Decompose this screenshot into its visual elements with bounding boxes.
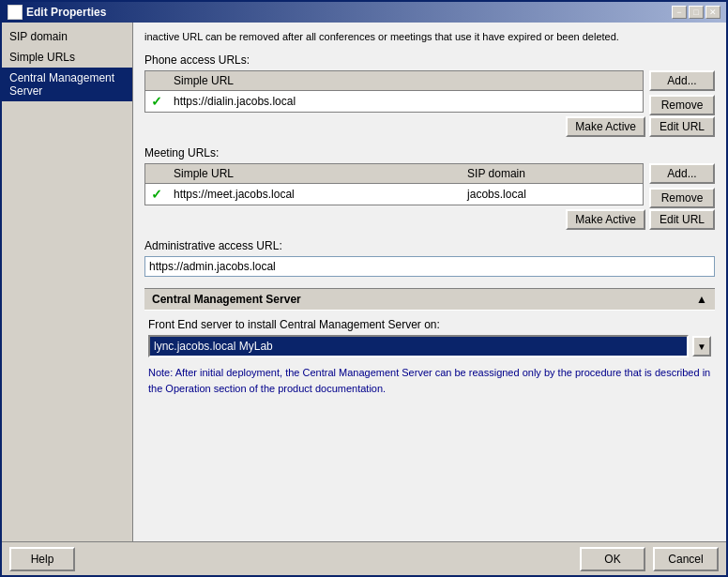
phone-table: Simple URL ✓ https://dialin.jacobs.local <box>145 71 643 112</box>
cms-note: Note: After initial deployment, the Cent… <box>148 365 711 396</box>
phone-access-table-area: Simple URL ✓ https://dialin.jacobs.local <box>144 70 715 116</box>
phone-table-row[interactable]: ✓ https://dialin.jacobs.local <box>145 91 643 113</box>
cms-select-arrow[interactable]: ▼ <box>692 336 711 357</box>
meeting-extra-cell <box>617 184 643 205</box>
content-area: SIP domain Simple URLs Central Managemen… <box>2 23 726 541</box>
meeting-col-url: Simple URL <box>168 164 462 184</box>
sidebar-item-simple-urls[interactable]: Simple URLs <box>2 47 132 68</box>
meeting-table-container: Simple URL SIP domain ✓ https://meet.jac… <box>144 163 644 209</box>
window-icon: ✦ <box>8 5 23 20</box>
meeting-action-buttons: Make Active Edit URL <box>144 209 715 230</box>
close-button[interactable]: ✕ <box>705 6 720 19</box>
meeting-col-domain: SIP domain <box>462 164 617 184</box>
phone-access-label: Phone access URLs: <box>144 53 715 67</box>
admin-url-label: Administrative access URL: <box>144 239 715 252</box>
cms-fe-label: Front End server to install Central Mana… <box>148 318 711 331</box>
cms-select-row: lync.jacobs.local MyLab ▼ <box>148 335 711 357</box>
main-content: inactive URL can be removed after all co… <box>133 23 726 541</box>
meeting-remove-button[interactable]: Remove <box>649 188 715 208</box>
sidebar-item-sip-domain[interactable]: SIP domain <box>2 26 132 47</box>
cms-section-header: Central Management Server ▲ <box>144 288 715 311</box>
window-title: Edit Properties <box>26 6 106 19</box>
meeting-table-row[interactable]: ✓ https://meet.jacobs.local jacobs.local <box>145 184 643 205</box>
meeting-side-buttons: Add... Remove <box>649 163 715 209</box>
phone-access-table-container: Simple URL ✓ https://dialin.jacobs.local <box>144 70 644 116</box>
phone-remove-button[interactable]: Remove <box>649 95 715 115</box>
phone-url-cell: https://dialin.jacobs.local <box>168 91 606 113</box>
edit-properties-window: ✦ Edit Properties − □ ✕ SIP domain Simpl… <box>0 0 728 577</box>
phone-access-section: Phone access URLs: Simple URL <box>144 53 715 137</box>
sidebar: SIP domain Simple URLs Central Managemen… <box>2 23 133 541</box>
meeting-col-extra <box>617 164 643 184</box>
admin-url-section: Administrative access URL: <box>144 239 715 277</box>
title-bar-left: ✦ Edit Properties <box>8 5 106 20</box>
phone-add-button[interactable]: Add... <box>649 70 715 91</box>
phone-col-status <box>145 71 168 91</box>
cms-server-select[interactable]: lync.jacobs.local MyLab <box>148 335 689 357</box>
meeting-table: Simple URL SIP domain ✓ https://meet.jac… <box>145 164 643 205</box>
meeting-urls-label: Meeting URLs: <box>144 146 715 159</box>
title-bar: ✦ Edit Properties − □ ✕ <box>2 2 726 23</box>
phone-domain-cell <box>606 91 643 113</box>
cancel-button[interactable]: Cancel <box>653 547 719 571</box>
sidebar-item-cms[interactable]: Central Management Server <box>2 68 132 101</box>
phone-action-buttons: Make Active Edit URL <box>144 116 715 137</box>
phone-make-active-button[interactable]: Make Active <box>566 116 645 137</box>
meeting-urls-section: Meeting URLs: Simple URL SIP domain <box>144 146 715 230</box>
phone-col-url: Simple URL <box>168 71 606 91</box>
bottom-right-buttons: OK Cancel <box>580 547 719 571</box>
meeting-make-active-button[interactable]: Make Active <box>566 209 645 230</box>
phone-table-wrapper: Simple URL ✓ https://dialin.jacobs.local <box>144 70 644 113</box>
collapse-icon[interactable]: ▲ <box>696 293 707 306</box>
phone-side-buttons: Add... Remove <box>649 70 715 116</box>
title-buttons: − □ ✕ <box>672 6 720 19</box>
minimize-button[interactable]: − <box>672 6 687 19</box>
meeting-check-icon: ✓ <box>151 187 162 202</box>
ok-button[interactable]: OK <box>580 547 645 571</box>
admin-url-input[interactable] <box>144 256 715 277</box>
bottom-bar: Help OK Cancel <box>2 541 726 575</box>
cms-content: Front End server to install Central Mana… <box>144 318 715 396</box>
meeting-table-area: Simple URL SIP domain ✓ https://meet.jac… <box>144 163 715 209</box>
meeting-add-button[interactable]: Add... <box>649 163 715 184</box>
meeting-domain-cell: jacobs.local <box>462 184 617 205</box>
info-text: inactive URL can be removed after all co… <box>144 30 715 44</box>
maximize-button[interactable]: □ <box>689 6 704 19</box>
phone-check-icon: ✓ <box>151 94 162 109</box>
window-icon-glyph: ✦ <box>11 8 19 18</box>
phone-edit-url-button[interactable]: Edit URL <box>649 116 715 137</box>
cms-section-title: Central Management Server <box>152 293 301 306</box>
meeting-edit-url-button[interactable]: Edit URL <box>649 209 715 230</box>
phone-col-extra <box>606 71 643 91</box>
meeting-table-wrapper: Simple URL SIP domain ✓ https://meet.jac… <box>144 163 644 205</box>
meeting-url-cell: https://meet.jacobs.local <box>168 184 462 205</box>
help-button[interactable]: Help <box>9 547 75 571</box>
meeting-col-status <box>145 164 168 184</box>
